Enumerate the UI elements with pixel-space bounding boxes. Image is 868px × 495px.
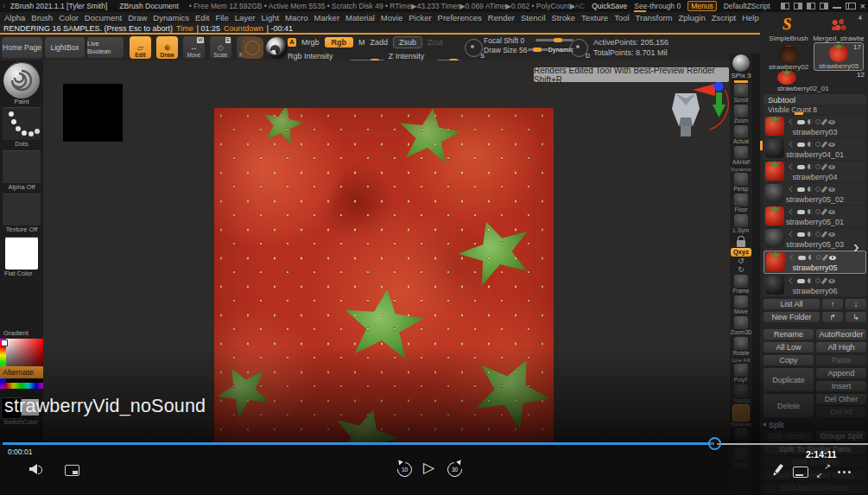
mini-player-icon[interactable] — [65, 465, 79, 476]
link-icon[interactable] — [789, 231, 795, 237]
mode-button[interactable]: W Move — [183, 36, 205, 59]
shade-icon[interactable] — [808, 278, 813, 283]
link-icon[interactable] — [789, 208, 795, 214]
shelf-button[interactable]: Dynamic Persp — [731, 167, 751, 193]
subtool-item[interactable]: strawberry05 — [763, 251, 866, 274]
menu-item[interactable]: Zscript — [712, 13, 737, 22]
mask-icon[interactable] — [815, 119, 820, 124]
stroke-type-icon[interactable] — [465, 39, 483, 57]
shade-icon[interactable] — [808, 164, 813, 169]
menu-item[interactable]: Preferences — [438, 13, 482, 22]
menu-item[interactable]: Tool — [614, 13, 629, 22]
focal-shift-track[interactable] — [535, 39, 573, 41]
more-options-icon[interactable] — [838, 471, 840, 473]
menu-item[interactable]: Picker — [409, 13, 431, 22]
mask-icon[interactable] — [816, 255, 821, 260]
tool-item[interactable]: SimpleBrush — [763, 14, 814, 42]
paint-toggle-icon[interactable] — [821, 163, 827, 170]
menu-item[interactable]: Help — [742, 13, 759, 22]
panel-left-icon[interactable] — [807, 3, 815, 10]
subtool-item[interactable]: strawberry05_03 — [763, 228, 866, 250]
draw-size-slider[interactable]: Draw Size 56 — [484, 46, 528, 54]
fullscreen-icon[interactable]: ↗↙ — [816, 464, 831, 478]
shelf-button[interactable]: ↻ — [738, 266, 744, 274]
subtool-item[interactable]: strawberry06 — [763, 275, 866, 296]
quicksave-button[interactable]: QuickSave — [592, 2, 627, 10]
alpha-thumbnail[interactable] — [3, 150, 41, 183]
shelf-button[interactable]: Floor — [734, 194, 748, 213]
texture-thumbnail[interactable] — [3, 194, 41, 225]
gizmo-y-arrow[interactable] — [713, 105, 725, 117]
expand-panel-chevron-icon[interactable]: › — [853, 237, 859, 257]
mode-button[interactable]: Edit — [130, 36, 151, 59]
subtool-item[interactable]: strawberry04 — [763, 161, 866, 182]
tool-item[interactable]: strawberry02 — [763, 42, 814, 71]
menu-item[interactable]: Brush — [31, 13, 53, 22]
subtool-item[interactable]: strawberry05_01 — [763, 206, 866, 227]
link-icon[interactable] — [789, 277, 795, 283]
move-to-top-button[interactable]: ↱ — [822, 312, 843, 322]
menu-item[interactable]: Dynamics — [153, 13, 189, 22]
new-folder-button[interactable]: New Folder — [763, 312, 820, 322]
video-progress-remaining[interactable] — [717, 443, 868, 445]
visible-count-slider[interactable]: Visible Count 8 — [763, 105, 866, 115]
rgb-button[interactable]: Rgb — [325, 37, 354, 48]
shelf-button[interactable]: Zoom — [734, 105, 749, 124]
menu-item[interactable]: Stroke — [552, 13, 575, 22]
visibility-eye-icon[interactable] — [829, 256, 836, 260]
paint-toggle-icon[interactable] — [821, 118, 827, 125]
close-icon[interactable]: × — [860, 3, 865, 10]
autoreorder-button[interactable]: AutoReorder — [816, 329, 866, 340]
visibility-eye-icon[interactable] — [828, 143, 835, 147]
menu-item[interactable]: Stencil — [521, 13, 546, 22]
menu-item[interactable]: Material — [345, 13, 375, 22]
focal-shift-slider[interactable]: Focal Shift 0 — [484, 36, 524, 45]
mask-icon[interactable] — [815, 187, 820, 192]
shade-icon[interactable] — [808, 142, 813, 147]
rename-button[interactable]: Rename — [763, 329, 814, 340]
m-button[interactable]: M — [358, 38, 365, 47]
shelf-button[interactable]: L.Sym — [733, 214, 749, 234]
shelf-button[interactable] — [732, 54, 750, 72]
shelf-button[interactable]: Actual — [733, 125, 749, 145]
menu-item[interactable]: Color — [59, 13, 79, 22]
menu-item[interactable]: Movie — [381, 13, 402, 22]
link-icon[interactable] — [789, 254, 795, 260]
lightbox-button[interactable]: LightBox — [45, 37, 85, 58]
polypaint-icon[interactable] — [797, 143, 805, 147]
mode-button[interactable]: E Scale — [210, 36, 231, 59]
menu-item[interactable]: Alpha — [4, 13, 25, 22]
menu-item[interactable]: Marker — [314, 13, 340, 22]
zsub-button[interactable]: Zsub — [393, 36, 422, 48]
link-icon[interactable] — [789, 118, 795, 124]
mask-icon[interactable] — [815, 164, 820, 169]
move-down-button[interactable]: ↓ — [846, 299, 866, 309]
shelf-button[interactable]: ↺ — [738, 257, 744, 265]
paint-toggle-icon[interactable] — [821, 231, 827, 238]
tool-item[interactable]: 4 Merged_strawbe — [814, 14, 864, 42]
link-icon[interactable] — [789, 163, 795, 169]
menu-item[interactable]: Render — [488, 13, 515, 22]
menu-item[interactable]: Layer — [235, 13, 256, 22]
menu-item[interactable]: Transform — [636, 13, 673, 22]
paint-toggle-icon[interactable] — [821, 208, 827, 215]
visibility-eye-icon[interactable] — [828, 120, 835, 124]
shelf-button[interactable]: SPix 3 — [731, 73, 751, 83]
shelf-button[interactable] — [737, 235, 745, 247]
subtool-item[interactable]: strawberry03 — [763, 116, 866, 137]
shelf-button[interactable]: AAHalf — [732, 146, 750, 166]
home-page-button[interactable]: Home Page — [2, 37, 42, 58]
subtool-item[interactable]: strawberry04_01 — [763, 138, 866, 160]
mask-icon[interactable] — [815, 232, 820, 237]
restore-icon[interactable] — [846, 3, 854, 10]
menus-toggle[interactable]: Menus — [687, 1, 717, 11]
play-button[interactable]: ▷ — [423, 459, 434, 477]
current-material-icon[interactable] — [266, 37, 288, 59]
menu-item[interactable]: Texture — [581, 13, 608, 22]
default-zscript-button[interactable]: DefaultZScript — [724, 2, 770, 10]
dock-right-icon[interactable] — [794, 3, 802, 10]
shelf-button[interactable]: Zoom3D — [731, 316, 752, 336]
paint-toggle-icon[interactable] — [822, 254, 828, 261]
stroke-thumbnail[interactable] — [3, 107, 41, 140]
skip-forward-button[interactable]: 30 — [447, 462, 462, 477]
